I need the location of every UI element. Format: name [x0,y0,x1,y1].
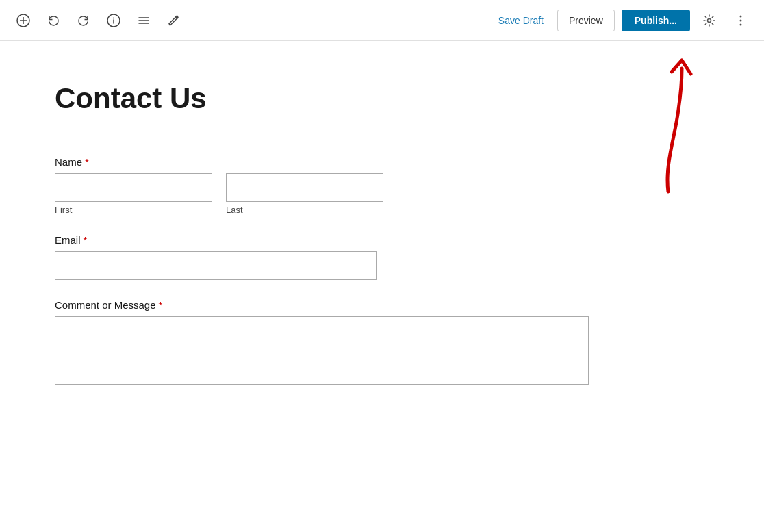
redo-button[interactable] [71,8,96,33]
info-button[interactable] [101,8,126,33]
first-sub-label: First [55,205,212,215]
message-textarea[interactable] [55,316,589,385]
svg-point-10 [740,15,742,17]
page-title: Contact Us [55,82,709,115]
toolbar-right: Save Draft Preview Publish... [492,8,753,33]
list-icon [137,14,151,27]
last-sub-label: Last [226,205,383,215]
annotation-arrow [613,55,696,208]
message-label: Comment or Message * [55,299,383,311]
name-label: Name * [55,156,383,168]
info-icon [107,14,120,27]
settings-button[interactable] [697,8,722,33]
settings-icon [702,14,716,27]
more-options-button[interactable] [728,8,753,33]
save-draft-button[interactable]: Save Draft [492,11,550,30]
message-required-star: * [159,299,163,311]
toolbar: Save Draft Preview Publish... [0,0,764,41]
preview-button[interactable]: Preview [557,10,615,31]
editor-area: Contact Us Name * First Last [0,41,764,532]
email-label: Email * [55,234,383,246]
undo-button[interactable] [41,8,66,33]
toolbar-left [11,8,186,33]
svg-point-9 [708,18,711,22]
svg-point-11 [740,19,742,21]
undo-icon [47,14,60,27]
last-name-wrap: Last [226,173,383,215]
contact-form: Name * First Last Email [55,156,383,385]
name-inputs: First Last [55,173,383,215]
last-name-input[interactable] [226,173,383,202]
list-view-button[interactable] [131,8,156,33]
add-icon [16,14,30,27]
redo-icon [77,14,90,27]
name-field: Name * First Last [55,156,383,215]
name-required-star: * [85,156,89,168]
svg-point-5 [113,17,114,18]
edit-button[interactable] [162,8,186,33]
add-block-button[interactable] [11,8,36,33]
more-icon [734,14,748,27]
svg-point-12 [740,23,742,25]
email-field-group: Email * [55,234,383,280]
first-name-input[interactable] [55,173,212,202]
email-input[interactable] [55,251,377,280]
first-name-wrap: First [55,173,212,215]
publish-button[interactable]: Publish... [622,10,690,31]
email-required-star: * [84,234,88,246]
message-field-group: Comment or Message * [55,299,383,385]
main-content: Contact Us Name * First Last [0,41,764,532]
edit-icon [167,14,181,27]
